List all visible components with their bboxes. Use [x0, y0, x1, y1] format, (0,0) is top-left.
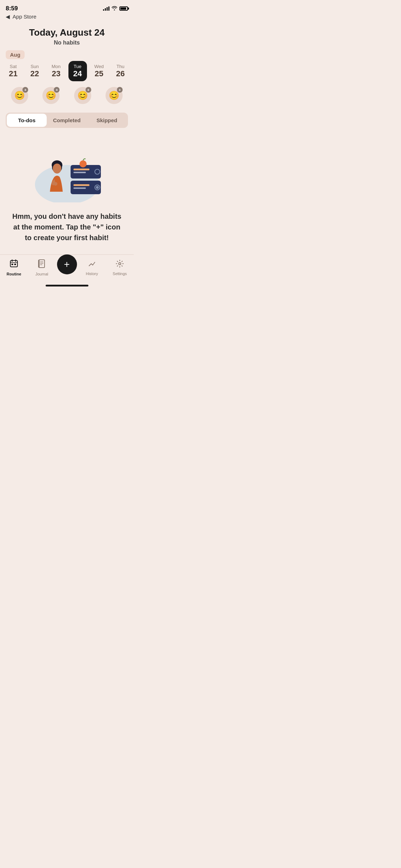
svg-rect-21: [39, 260, 45, 268]
svg-point-14: [54, 182, 57, 186]
svg-rect-3: [73, 172, 86, 173]
settings-icon: [115, 259, 124, 270]
mood-circle[interactable]: 😊 +: [42, 87, 60, 104]
svg-rect-7: [73, 187, 86, 189]
calendar-strip: Sat 21 Sun 22 Mon 23 Tue 24 Wed 25 Thu 2…: [0, 60, 134, 86]
svg-rect-19: [11, 264, 13, 265]
status-icons: [103, 6, 128, 11]
settings-label: Settings: [113, 272, 127, 276]
nav-item-routine[interactable]: Routine: [0, 259, 28, 276]
svg-rect-15: [10, 260, 17, 267]
status-bar: 8:59: [0, 0, 134, 14]
empty-state: Hmm, you don't have any habits at the mo…: [0, 134, 134, 254]
add-icon: +: [64, 259, 70, 269]
svg-rect-20: [14, 264, 16, 265]
battery-icon: [119, 6, 128, 11]
journal-icon: [37, 259, 46, 270]
tab-todos[interactable]: To-dos: [7, 114, 47, 127]
cal-day-25[interactable]: Wed 25: [90, 61, 108, 81]
svg-point-13: [53, 164, 61, 174]
journal-label: Journal: [35, 272, 48, 276]
empty-message: Hmm, you don't have any habits at the mo…: [11, 211, 123, 243]
mood-circle[interactable]: 😊 +: [106, 87, 123, 104]
wifi-icon: [112, 6, 117, 11]
history-icon: [88, 259, 96, 270]
cal-day-21[interactable]: Sat 21: [4, 61, 22, 81]
nav-item-add[interactable]: +: [56, 261, 78, 274]
nav-item-settings[interactable]: Settings: [106, 259, 134, 276]
mood-row: 😊 + 😊 + 😊 + 😊 +: [0, 86, 134, 110]
mood-plus-icon: +: [86, 87, 91, 93]
cal-day-22[interactable]: Sun 22: [25, 61, 44, 81]
mood-circle[interactable]: 😊 +: [74, 87, 91, 104]
mood-plus-icon: +: [22, 87, 28, 93]
mood-item-3[interactable]: 😊 +: [105, 87, 123, 104]
history-label: History: [86, 272, 98, 276]
svg-rect-2: [73, 169, 89, 170]
nav-item-history[interactable]: History: [78, 259, 106, 276]
home-bar: [46, 285, 88, 286]
tab-completed[interactable]: Completed: [47, 114, 87, 127]
month-row: Aug: [0, 52, 134, 58]
mood-item-2[interactable]: 😊 +: [73, 87, 92, 104]
signal-icon: [103, 6, 109, 11]
page-title: Today, August 24: [7, 27, 127, 38]
cal-day-24[interactable]: Tue 24: [68, 61, 87, 81]
header: Today, August 24 No habits: [0, 23, 134, 52]
svg-point-10: [79, 160, 87, 167]
back-label: App Store: [12, 14, 36, 20]
mood-item-1[interactable]: 😊 +: [42, 87, 60, 104]
illustration: [28, 145, 106, 202]
mood-plus-icon: +: [54, 87, 60, 93]
cal-day-26[interactable]: Thu 26: [111, 61, 130, 81]
svg-point-9: [96, 186, 99, 189]
nav-item-journal[interactable]: Journal: [28, 259, 56, 276]
mood-plus-icon: +: [117, 87, 123, 93]
status-time: 8:59: [6, 5, 18, 12]
add-button[interactable]: +: [57, 254, 77, 274]
routine-label: Routine: [7, 272, 21, 276]
tab-selector: To-dosCompletedSkipped: [6, 113, 128, 128]
svg-rect-6: [73, 184, 89, 186]
back-arrow-icon: ◀: [6, 14, 10, 20]
home-indicator: [0, 283, 134, 289]
month-badge[interactable]: Aug: [6, 50, 25, 59]
tab-skipped[interactable]: Skipped: [87, 114, 127, 127]
habits-count: No habits: [7, 40, 127, 46]
nav-back[interactable]: ◀ App Store: [0, 14, 134, 23]
bottom-nav: Routine Journal + History: [0, 254, 134, 283]
routine-icon: [9, 259, 19, 270]
cal-day-23[interactable]: Mon 23: [47, 61, 65, 81]
svg-rect-25: [38, 260, 40, 268]
svg-point-26: [119, 263, 121, 265]
mood-circle[interactable]: 😊 +: [11, 87, 28, 104]
mood-item-0[interactable]: 😊 +: [10, 87, 29, 104]
